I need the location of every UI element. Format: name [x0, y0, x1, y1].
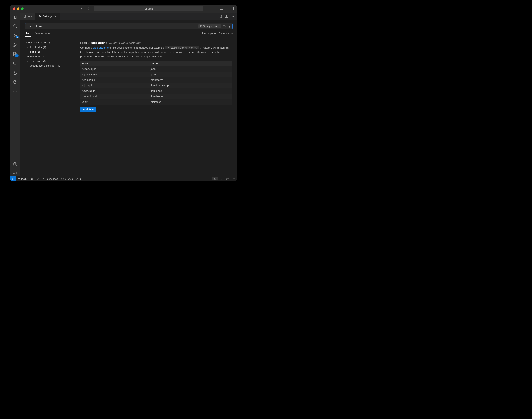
svg-point-19 [39, 17, 40, 17]
copilot-icon[interactable] [225, 177, 231, 180]
svg-point-2 [14, 34, 14, 35]
launchpad[interactable]: Launchpad [41, 178, 60, 180]
assoc-item: *.md.liquid [80, 77, 148, 83]
tab-label: Settings [43, 15, 52, 18]
remote-indicator[interactable] [10, 176, 16, 181]
extensions-badge: 11 [15, 54, 19, 57]
chevron-down-icon: ⌄ [26, 60, 29, 63]
git-branch[interactable]: main* [16, 178, 29, 180]
nav-back-icon[interactable] [80, 7, 83, 10]
svg-point-3 [14, 36, 14, 37]
scope-user[interactable]: User [25, 32, 31, 37]
assoc-value: yaml [148, 72, 232, 77]
table-row[interactable]: *.scss.liquidliquid-scss [80, 94, 232, 99]
remote-explorer-icon[interactable] [13, 61, 18, 66]
problems[interactable]: 0 0 [60, 178, 74, 180]
svg-point-30 [228, 179, 228, 179]
setting-description: Configure glob patterns of file associat… [80, 46, 232, 59]
assoc-item: *.css.liquid [80, 88, 148, 94]
table-row[interactable]: .envplaintext [80, 99, 232, 105]
open-settings-json-icon[interactable] [219, 14, 222, 18]
glob-patterns-link[interactable]: glob patterns [93, 46, 109, 49]
tab-more-icon[interactable]: ··· [231, 15, 234, 18]
svg-point-29 [227, 179, 228, 179]
layout-sidebar-left-icon[interactable] [214, 7, 217, 10]
col-item: Item [80, 61, 148, 66]
settings-search[interactable]: 10 Settings Found [25, 23, 233, 29]
extensions-icon[interactable]: 11 [13, 52, 18, 57]
outline-extensions[interactable]: ⌄Extensions (8) [26, 59, 72, 64]
outline-files[interactable]: Files (1) [26, 50, 72, 54]
svg-point-25 [38, 179, 39, 179]
outline-vscode-icons[interactable]: vscode-icons configu… (8) [26, 64, 72, 68]
testing-icon[interactable] [13, 70, 18, 75]
clear-search-icon[interactable] [223, 25, 226, 28]
search-activity-icon[interactable] [13, 24, 18, 29]
layout-panel-icon[interactable] [220, 7, 223, 10]
svg-point-13 [15, 81, 16, 82]
add-item-button[interactable]: Add Item [80, 106, 96, 112]
status-d[interactable]: [D] [218, 178, 225, 180]
activity-bar: 1 11 ··· [10, 13, 20, 176]
chevron-down-icon: ⌄ [26, 46, 29, 49]
svg-point-18 [40, 16, 41, 17]
minimize-window-icon[interactable] [17, 8, 19, 10]
accounts-icon[interactable] [13, 162, 18, 167]
settings-outline: Commonly Used (1) ⌄Text Editor (1) Files… [20, 37, 75, 176]
svg-point-16 [14, 173, 16, 174]
scope-workspace[interactable]: Workspace [36, 32, 50, 37]
associations-table: Item Value *.json.liquidjson*.yaml.liqui… [80, 61, 232, 105]
tab-label: .env [27, 15, 33, 18]
outline-workbench[interactable]: Workbench (1) [26, 54, 72, 59]
setting-title: Files: Associations (Default value chang… [80, 41, 232, 44]
zoom-icon[interactable] [212, 178, 218, 180]
svg-point-15 [14, 163, 16, 164]
table-row[interactable]: *.yaml.liquidyaml [80, 72, 232, 77]
table-row[interactable]: *.css.liquidliquid-css [80, 88, 232, 94]
explorer-icon[interactable] [13, 14, 18, 19]
layout-sidebar-right-icon[interactable] [226, 7, 229, 10]
gitlens-icon[interactable] [13, 79, 18, 85]
outline-text-editor[interactable]: ⌄Text Editor (1) [26, 45, 72, 50]
svg-point-23 [37, 178, 38, 178]
zoom-window-icon[interactable] [21, 8, 24, 10]
more-icon[interactable]: ··· [13, 89, 18, 94]
assoc-value: liquid-css [148, 88, 232, 94]
svg-rect-6 [13, 52, 15, 54]
command-center-text: app [148, 7, 153, 10]
assoc-item: *.yaml.liquid [80, 72, 148, 77]
source-control-icon[interactable]: 1 [13, 33, 18, 38]
svg-rect-28 [227, 178, 229, 180]
svg-point-1 [13, 25, 16, 27]
tab-settings[interactable]: Settings ✕ [36, 13, 60, 20]
outline-commonly-used[interactable]: Commonly Used (1) [26, 40, 72, 45]
assoc-item: .env [80, 99, 148, 105]
tab-env[interactable]: .env [20, 13, 36, 20]
run-debug-icon[interactable] [13, 42, 18, 47]
sliders-icon [39, 15, 41, 18]
svg-point-24 [37, 179, 38, 180]
table-row[interactable]: *.md.liquidmarkdown [80, 77, 232, 83]
split-editor-icon[interactable] [225, 15, 228, 18]
nav-forward-icon[interactable] [87, 7, 90, 10]
assoc-value: liquid-scss [148, 94, 232, 99]
git-graph-icon[interactable] [35, 178, 41, 180]
command-center[interactable]: app [94, 6, 203, 11]
settings-search-input[interactable] [26, 25, 198, 28]
assoc-item: *.scss.liquid [80, 94, 148, 99]
filter-icon[interactable] [228, 25, 231, 28]
svg-rect-9 [16, 52, 17, 54]
git-sync-icon[interactable] [29, 178, 35, 180]
table-row[interactable]: *.json.liquidjson [80, 66, 232, 72]
file-icon [23, 15, 26, 18]
settings-detail: Files: Associations (Default value chang… [75, 37, 237, 176]
close-tab-icon[interactable]: ✕ [54, 15, 56, 18]
layout-customize-icon[interactable] [232, 7, 235, 10]
notifications-bell-icon[interactable] [231, 178, 237, 180]
manage-gear-icon[interactable] [13, 171, 18, 176]
ports[interactable]: 0 [74, 178, 82, 180]
table-row[interactable]: *.js.liquidliquid-javascript [80, 83, 232, 88]
assoc-value: plaintext [148, 99, 232, 105]
close-window-icon[interactable] [13, 8, 15, 10]
svg-point-0 [145, 8, 146, 9]
